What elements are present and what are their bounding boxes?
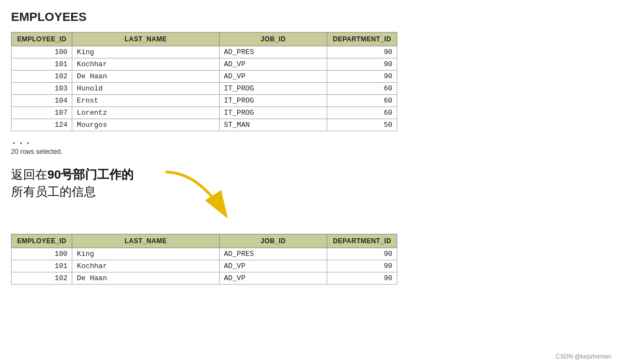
cell-last-name: Mourgos (72, 119, 219, 131)
cell-emp-id: 101 (12, 260, 72, 272)
cell-emp-id: 104 (12, 95, 72, 107)
page-title: EMPLOYEES (11, 10, 607, 24)
annotation-text: 返回在90号部门工作的 所有员工的信息 (11, 167, 154, 201)
cell-emp-id: 103 (12, 83, 72, 95)
cell-dept-id: 90 (327, 46, 397, 58)
cell-dept-id: 90 (327, 71, 397, 83)
annotation-highlighted: 90号部门工作的 (47, 168, 134, 181)
table-row: 101 Kochhar AD_VP 90 (12, 58, 397, 71)
cell-dept-id: 90 (327, 248, 397, 260)
col2-header-last-name: LAST_NAME (72, 234, 219, 248)
cell-job-id: AD_PRES (219, 248, 327, 260)
cell-dept-id: 60 (327, 95, 397, 107)
cell-job-id: AD_VP (219, 272, 327, 285)
cell-last-name: De Haan (72, 272, 219, 285)
cell-job-id: AD_PRES (219, 46, 327, 58)
cell-emp-id: 100 (12, 248, 72, 260)
cell-emp-id: 107 (12, 107, 72, 119)
cell-job-id: AD_VP (219, 260, 327, 272)
arrow-container (154, 167, 254, 222)
col-header-last-name: LAST_NAME (72, 33, 219, 46)
cell-dept-id: 90 (327, 272, 397, 285)
table-row: 124 Mourgos ST_MAN 50 (12, 119, 397, 131)
cell-dept-id: 60 (327, 107, 397, 119)
cell-emp-id: 102 (12, 272, 72, 285)
cell-dept-id: 90 (327, 58, 397, 71)
table-row: 102 De Haan AD_VP 90 (12, 272, 397, 285)
cell-job-id: AD_VP (219, 58, 327, 71)
col-header-employee-id: EMPLOYEE_ID (12, 33, 72, 46)
cell-last-name: King (72, 248, 219, 260)
cell-last-name: Kochhar (72, 260, 219, 272)
col-header-job-id: JOB_ID (219, 33, 327, 46)
employees-table-top: EMPLOYEE_ID LAST_NAME JOB_ID DEPARTMENT_… (11, 32, 397, 131)
annotation-section: 返回在90号部门工作的 所有员工的信息 (11, 167, 607, 222)
cell-last-name: Hunold (72, 83, 219, 95)
table-row: 104 Ernst IT_PROG 60 (12, 95, 397, 107)
table-row: 107 Lorentz IT_PROG 60 (12, 107, 397, 119)
cell-job-id: ST_MAN (219, 119, 327, 131)
cell-emp-id: 101 (12, 58, 72, 71)
cell-job-id: IT_PROG (219, 95, 327, 107)
employees-table-bottom: EMPLOYEE_ID LAST_NAME JOB_ID DEPARTMENT_… (11, 234, 397, 285)
ellipsis: ... (11, 136, 607, 147)
cell-emp-id: 100 (12, 46, 72, 58)
cell-dept-id: 90 (327, 260, 397, 272)
table-row: 102 De Haan AD_VP 90 (12, 71, 397, 83)
cell-dept-id: 60 (327, 83, 397, 95)
annotation-line1: 返回在 (11, 168, 47, 181)
cell-emp-id: 102 (12, 71, 72, 83)
second-table-section: EMPLOYEE_ID LAST_NAME JOB_ID DEPARTMENT_… (11, 234, 607, 285)
col2-header-employee-id: EMPLOYEE_ID (12, 234, 72, 248)
table-row: 103 Hunold IT_PROG 60 (12, 83, 397, 95)
cell-dept-id: 50 (327, 119, 397, 131)
col-header-department-id: DEPARTMENT_ID (327, 33, 397, 46)
annotation-arrow (154, 167, 265, 227)
rows-selected-label: 20 rows selected. (11, 148, 607, 156)
cell-job-id: AD_VP (219, 71, 327, 83)
cell-job-id: IT_PROG (219, 107, 327, 119)
annotation-line2: 所有员工的信息 (11, 185, 96, 199)
table-row: 100 King AD_PRES 90 (12, 46, 397, 58)
col2-header-department-id: DEPARTMENT_ID (327, 234, 397, 248)
cell-last-name: Ernst (72, 95, 219, 107)
col2-header-job-id: JOB_ID (219, 234, 327, 248)
cell-last-name: De Haan (72, 71, 219, 83)
table-row: 100 King AD_PRES 90 (12, 248, 397, 260)
cell-last-name: Lorentz (72, 107, 219, 119)
cell-job-id: IT_PROG (219, 83, 327, 95)
cell-last-name: Kochhar (72, 58, 219, 71)
cell-last-name: King (72, 46, 219, 58)
table-row: 101 Kochhar AD_VP 90 (12, 260, 397, 272)
cell-emp-id: 124 (12, 119, 72, 131)
